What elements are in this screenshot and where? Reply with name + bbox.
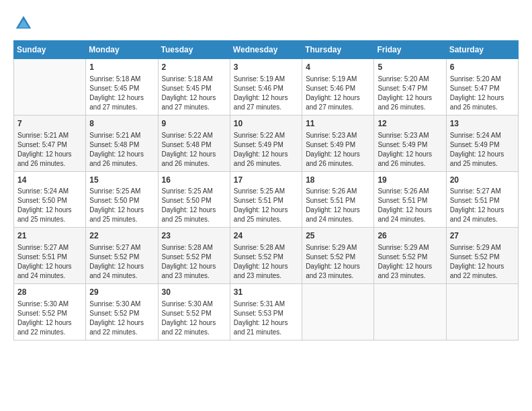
day-info: Sunrise: 5:27 AM Sunset: 5:51 PM Dayligh… xyxy=(17,243,82,281)
day-cell: 26Sunrise: 5:29 AM Sunset: 5:52 PM Dayli… xyxy=(374,228,446,284)
day-cell: 14Sunrise: 5:24 AM Sunset: 5:50 PM Dayli… xyxy=(14,171,86,228)
day-number: 25 xyxy=(306,230,370,242)
day-info: Sunrise: 5:31 AM Sunset: 5:53 PM Dayligh… xyxy=(234,300,298,337)
header-row: SundayMondayTuesdayWednesdayThursdayFrid… xyxy=(14,41,519,59)
day-number: 7 xyxy=(17,118,82,130)
header-cell-wednesday: Wednesday xyxy=(230,41,302,59)
day-cell: 7Sunrise: 5:21 AM Sunset: 5:47 PM Daylig… xyxy=(14,115,86,171)
day-info: Sunrise: 5:23 AM Sunset: 5:49 PM Dayligh… xyxy=(378,131,442,169)
day-info: Sunrise: 5:19 AM Sunset: 5:46 PM Dayligh… xyxy=(234,75,298,112)
day-cell: 23Sunrise: 5:28 AM Sunset: 5:52 PM Dayli… xyxy=(158,228,230,284)
header-cell-thursday: Thursday xyxy=(302,41,374,59)
day-cell: 6Sunrise: 5:20 AM Sunset: 5:47 PM Daylig… xyxy=(446,59,518,116)
day-cell: 2Sunrise: 5:18 AM Sunset: 5:45 PM Daylig… xyxy=(158,59,230,116)
day-info: Sunrise: 5:24 AM Sunset: 5:49 PM Dayligh… xyxy=(450,131,515,169)
day-number: 19 xyxy=(378,175,442,186)
header-cell-friday: Friday xyxy=(374,41,446,59)
day-cell: 3Sunrise: 5:19 AM Sunset: 5:46 PM Daylig… xyxy=(230,59,302,116)
day-cell: 17Sunrise: 5:25 AM Sunset: 5:51 PM Dayli… xyxy=(230,171,302,228)
day-cell: 30Sunrise: 5:30 AM Sunset: 5:52 PM Dayli… xyxy=(158,284,230,340)
day-number: 5 xyxy=(378,62,442,73)
day-number: 29 xyxy=(89,287,154,298)
day-number: 3 xyxy=(234,62,298,73)
day-number: 31 xyxy=(234,287,298,298)
day-cell: 18Sunrise: 5:26 AM Sunset: 5:51 PM Dayli… xyxy=(302,171,374,228)
day-number: 9 xyxy=(162,118,226,130)
day-cell: 31Sunrise: 5:31 AM Sunset: 5:53 PM Dayli… xyxy=(230,284,302,340)
day-number: 14 xyxy=(17,175,82,186)
day-number: 13 xyxy=(450,118,515,130)
day-info: Sunrise: 5:21 AM Sunset: 5:47 PM Dayligh… xyxy=(17,131,82,169)
header-cell-saturday: Saturday xyxy=(446,41,518,59)
day-cell: 20Sunrise: 5:27 AM Sunset: 5:51 PM Dayli… xyxy=(446,171,518,228)
day-info: Sunrise: 5:26 AM Sunset: 5:51 PM Dayligh… xyxy=(306,187,370,224)
week-row-2: 7Sunrise: 5:21 AM Sunset: 5:47 PM Daylig… xyxy=(14,115,519,171)
day-number: 6 xyxy=(450,62,515,73)
day-info: Sunrise: 5:28 AM Sunset: 5:52 PM Dayligh… xyxy=(234,243,298,281)
day-info: Sunrise: 5:29 AM Sunset: 5:52 PM Dayligh… xyxy=(450,243,515,281)
header xyxy=(13,13,519,34)
day-cell: 12Sunrise: 5:23 AM Sunset: 5:49 PM Dayli… xyxy=(374,115,446,171)
day-cell: 15Sunrise: 5:25 AM Sunset: 5:50 PM Dayli… xyxy=(86,171,158,228)
day-info: Sunrise: 5:20 AM Sunset: 5:47 PM Dayligh… xyxy=(378,75,442,112)
day-number: 10 xyxy=(234,118,298,130)
day-number: 30 xyxy=(162,287,226,298)
day-number: 12 xyxy=(378,118,442,130)
day-number: 16 xyxy=(162,175,226,186)
day-info: Sunrise: 5:29 AM Sunset: 5:52 PM Dayligh… xyxy=(378,243,442,281)
logo xyxy=(13,13,36,34)
day-cell: 22Sunrise: 5:27 AM Sunset: 5:52 PM Dayli… xyxy=(86,228,158,284)
header-cell-sunday: Sunday xyxy=(14,41,86,59)
day-cell: 13Sunrise: 5:24 AM Sunset: 5:49 PM Dayli… xyxy=(446,115,518,171)
day-cell: 29Sunrise: 5:30 AM Sunset: 5:52 PM Dayli… xyxy=(86,284,158,340)
day-number: 17 xyxy=(234,175,298,186)
day-cell: 27Sunrise: 5:29 AM Sunset: 5:52 PM Dayli… xyxy=(446,228,518,284)
day-info: Sunrise: 5:30 AM Sunset: 5:52 PM Dayligh… xyxy=(162,300,226,337)
day-info: Sunrise: 5:27 AM Sunset: 5:52 PM Dayligh… xyxy=(89,243,154,281)
day-number: 23 xyxy=(162,230,226,242)
logo-icon xyxy=(13,13,34,34)
day-cell: 10Sunrise: 5:22 AM Sunset: 5:49 PM Dayli… xyxy=(230,115,302,171)
day-info: Sunrise: 5:27 AM Sunset: 5:51 PM Dayligh… xyxy=(450,187,515,224)
day-cell: 24Sunrise: 5:28 AM Sunset: 5:52 PM Dayli… xyxy=(230,228,302,284)
header-cell-tuesday: Tuesday xyxy=(158,41,230,59)
day-number: 21 xyxy=(17,230,82,242)
header-cell-monday: Monday xyxy=(86,41,158,59)
day-number: 20 xyxy=(450,175,515,186)
day-info: Sunrise: 5:30 AM Sunset: 5:52 PM Dayligh… xyxy=(89,300,154,337)
day-info: Sunrise: 5:18 AM Sunset: 5:45 PM Dayligh… xyxy=(89,75,154,112)
day-cell: 4Sunrise: 5:19 AM Sunset: 5:46 PM Daylig… xyxy=(302,59,374,116)
day-number: 11 xyxy=(306,118,370,130)
day-cell: 5Sunrise: 5:20 AM Sunset: 5:47 PM Daylig… xyxy=(374,59,446,116)
day-cell: 1Sunrise: 5:18 AM Sunset: 5:45 PM Daylig… xyxy=(86,59,158,116)
calendar-table: SundayMondayTuesdayWednesdayThursdayFrid… xyxy=(13,40,519,340)
day-cell: 19Sunrise: 5:26 AM Sunset: 5:51 PM Dayli… xyxy=(374,171,446,228)
day-info: Sunrise: 5:25 AM Sunset: 5:50 PM Dayligh… xyxy=(162,187,226,224)
day-info: Sunrise: 5:28 AM Sunset: 5:52 PM Dayligh… xyxy=(162,243,226,281)
day-number: 27 xyxy=(450,230,515,242)
day-info: Sunrise: 5:30 AM Sunset: 5:52 PM Dayligh… xyxy=(17,300,82,337)
day-cell: 16Sunrise: 5:25 AM Sunset: 5:50 PM Dayli… xyxy=(158,171,230,228)
day-cell xyxy=(14,59,86,116)
day-info: Sunrise: 5:22 AM Sunset: 5:48 PM Dayligh… xyxy=(162,131,226,169)
day-info: Sunrise: 5:20 AM Sunset: 5:47 PM Dayligh… xyxy=(450,75,515,112)
day-cell: 25Sunrise: 5:29 AM Sunset: 5:52 PM Dayli… xyxy=(302,228,374,284)
day-number: 15 xyxy=(89,175,154,186)
day-info: Sunrise: 5:29 AM Sunset: 5:52 PM Dayligh… xyxy=(306,243,370,281)
day-number: 1 xyxy=(89,62,154,73)
day-cell: 28Sunrise: 5:30 AM Sunset: 5:52 PM Dayli… xyxy=(14,284,86,340)
day-info: Sunrise: 5:21 AM Sunset: 5:48 PM Dayligh… xyxy=(89,131,154,169)
day-number: 22 xyxy=(89,230,154,242)
day-number: 26 xyxy=(378,230,442,242)
day-cell: 8Sunrise: 5:21 AM Sunset: 5:48 PM Daylig… xyxy=(86,115,158,171)
day-info: Sunrise: 5:25 AM Sunset: 5:50 PM Dayligh… xyxy=(89,187,154,224)
day-number: 18 xyxy=(306,175,370,186)
week-row-4: 21Sunrise: 5:27 AM Sunset: 5:51 PM Dayli… xyxy=(14,228,519,284)
day-number: 4 xyxy=(306,62,370,73)
day-number: 28 xyxy=(17,287,82,298)
day-number: 8 xyxy=(89,118,154,130)
day-cell: 11Sunrise: 5:23 AM Sunset: 5:49 PM Dayli… xyxy=(302,115,374,171)
day-info: Sunrise: 5:26 AM Sunset: 5:51 PM Dayligh… xyxy=(378,187,442,224)
day-cell: 9Sunrise: 5:22 AM Sunset: 5:48 PM Daylig… xyxy=(158,115,230,171)
day-number: 24 xyxy=(234,230,298,242)
